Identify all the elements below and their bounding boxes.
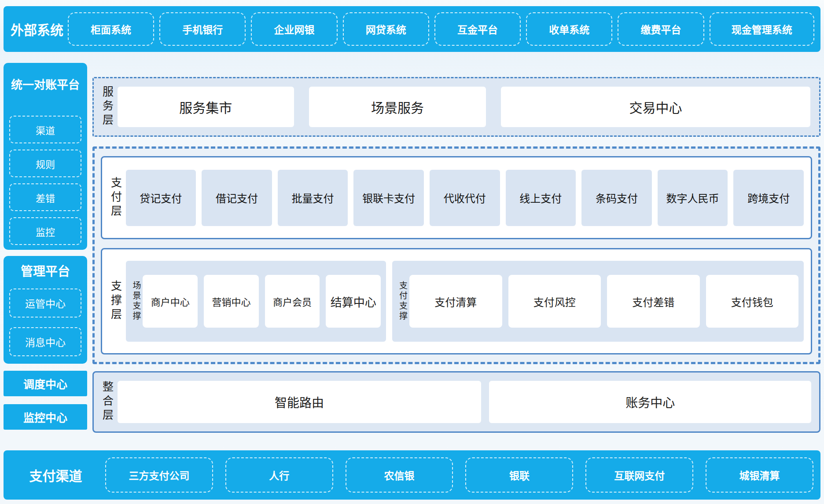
scene-item-settlement-center: 结算中心	[326, 275, 381, 328]
payment-item-cross-border: 跨境支付	[733, 170, 804, 226]
service-box-transaction-center: 交易中心	[501, 87, 810, 127]
dispatch-center-block: 调度中心	[4, 371, 87, 396]
payment-item-debit: 借记支付	[202, 170, 272, 226]
payment-support-label: 支付支撑	[397, 281, 407, 321]
middle-region: 统一对账平台 渠道 规则 差错 监控 管理平台 运管中心 消息中心 调度中心 监…	[4, 63, 820, 433]
management-item-message-center: 消息中心	[9, 327, 81, 356]
channel-box-unionpay: 银联	[465, 457, 573, 493]
channel-box-third-party: 三方支付公司	[105, 457, 213, 493]
integration-layer-label: 整合层	[101, 381, 113, 423]
scene-item-marketing-center: 营销中心	[204, 275, 259, 328]
external-systems-title: 外部系统	[6, 19, 68, 39]
external-system-box-corporate-ebank: 企业网银	[251, 12, 337, 46]
external-system-box-online-loan: 网贷系统	[343, 12, 429, 46]
main-column: 服务层 服务集市 场景服务 交易中心 支付层 贷记支付 借记支付 批量支付 银联…	[92, 63, 820, 433]
integration-box-accounting-center: 账务中心	[489, 381, 811, 423]
payment-item-batch: 批量支付	[278, 170, 348, 226]
monitor-center-block: 监控中心	[4, 404, 87, 430]
service-layer-items: 服务集市 场景服务 交易中心	[118, 87, 811, 127]
support-item-payment-error: 支付差错	[607, 275, 700, 328]
reconcile-item-channel: 渠道	[9, 116, 81, 143]
external-system-box-internet-finance: 互金平台	[434, 12, 521, 46]
payment-layer-panel: 支付层 贷记支付 借记支付 批量支付 银联卡支付 代收代付 线上支付 条码支付 …	[101, 156, 812, 239]
management-platform-title: 管理平台	[9, 263, 81, 281]
external-systems-band: 外部系统 柜面系统 手机银行 企业网银 网贷系统 互金平台 收单系统 缴费平台 …	[4, 6, 820, 52]
payment-item-credit: 贷记支付	[126, 170, 196, 226]
service-box-scene-service: 场景服务	[309, 87, 486, 127]
payment-channels-items: 三方支付公司 人行 农信银 银联 互联网支付 城银清算	[105, 457, 813, 493]
channel-box-rural-credit: 农信银	[346, 457, 453, 493]
payment-layer-items: 贷记支付 借记支付 批量支付 银联卡支付 代收代付 线上支付 条码支付 数字人民…	[126, 170, 804, 226]
external-system-box-acquiring: 收单系统	[526, 12, 612, 46]
integration-layer-items: 智能路由 账务中心	[118, 381, 812, 423]
scene-support-items: 商户中心 营销中心 商户会员 结算中心	[143, 275, 381, 328]
payment-channels-title: 支付渠道	[6, 465, 105, 485]
scene-support-label: 场景支撑	[131, 281, 140, 321]
channel-box-pboc: 人行	[225, 457, 333, 493]
support-item-payment-clearing: 支付清算	[409, 275, 502, 328]
service-layer-label: 服务层	[101, 86, 113, 128]
support-layer-panel: 支撑层 场景支撑 商户中心 营销中心 商户会员 结算中心	[101, 248, 812, 354]
support-layer-label: 支撑层	[109, 280, 121, 322]
service-layer-panel: 服务层 服务集市 场景服务 交易中心	[92, 77, 820, 137]
payment-item-barcode: 条码支付	[581, 170, 652, 226]
payment-layer-label: 支付层	[109, 177, 121, 219]
external-system-box-cash-management: 现金管理系统	[710, 12, 815, 46]
support-item-payment-wallet: 支付钱包	[706, 275, 799, 328]
support-item-payment-risk: 支付风控	[508, 275, 601, 328]
integration-layer-panel: 整合层 智能路由 账务中心	[92, 371, 820, 433]
payment-support-group: 支付支撑 支付清算 支付风控 支付差错 支付钱包	[392, 261, 804, 342]
service-box-service-market: 服务集市	[118, 87, 294, 127]
integration-box-smart-routing: 智能路由	[118, 381, 482, 423]
channel-box-internet-payment: 互联网支付	[585, 457, 693, 493]
payment-architecture-diagram: 外部系统 柜面系统 手机银行 企业网银 网贷系统 互金平台 收单系统 缴费平台 …	[0, 0, 824, 504]
payment-support-items: 支付清算 支付风控 支付差错 支付钱包	[409, 275, 798, 328]
management-platform-block: 管理平台 运管中心 消息中心	[4, 256, 87, 364]
payment-item-unionpay-card: 银联卡支付	[353, 170, 424, 226]
external-system-box-fee-payment: 缴费平台	[618, 12, 704, 46]
payment-item-online: 线上支付	[506, 170, 576, 226]
payment-item-collection: 代收代付	[430, 170, 500, 226]
support-layer-groups: 场景支撑 商户中心 营销中心 商户会员 结算中心 支付支撑 支付清算	[126, 261, 804, 342]
reconcile-item-errors: 差错	[9, 183, 81, 211]
reconcile-item-rules: 规则	[9, 150, 81, 177]
payment-channels-band: 支付渠道 三方支付公司 人行 农信银 银联 互联网支付 城银清算	[4, 450, 820, 500]
external-systems-items: 柜面系统 手机银行 企业网银 网贷系统 互金平台 收单系统 缴费平台 现金管理系…	[68, 12, 814, 46]
reconcile-platform-block: 统一对账平台 渠道 规则 差错 监控	[4, 63, 87, 250]
core-layers-wrapper: 支付层 贷记支付 借记支付 批量支付 银联卡支付 代收代付 线上支付 条码支付 …	[92, 146, 820, 364]
scene-item-merchant-center: 商户中心	[143, 275, 198, 328]
scene-item-merchant-member: 商户会员	[265, 275, 320, 328]
scene-support-group: 场景支撑 商户中心 营销中心 商户会员 结算中心	[126, 261, 386, 342]
payment-item-digital-rmb: 数字人民币	[658, 170, 728, 226]
external-system-box-counter: 柜面系统	[68, 12, 154, 46]
management-item-ops-center: 运管中心	[9, 289, 81, 318]
left-column: 统一对账平台 渠道 规则 差错 监控 管理平台 运管中心 消息中心 调度中心 监…	[4, 63, 87, 433]
external-system-box-mobile-banking: 手机银行	[159, 12, 246, 46]
reconcile-platform-title: 统一对账平台	[9, 76, 81, 94]
channel-box-city-bank-clearing: 城银清算	[706, 457, 813, 493]
reconcile-item-monitor: 监控	[9, 217, 81, 245]
